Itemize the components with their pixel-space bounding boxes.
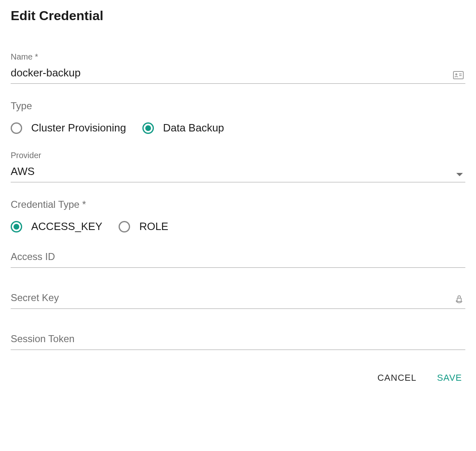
radio-circle-icon <box>11 122 22 134</box>
credential-type-label: Credential Type * <box>11 199 465 210</box>
secret-key-input[interactable] <box>11 290 465 305</box>
cancel-button[interactable]: CANCEL <box>378 373 416 383</box>
credential-type-section: Credential Type * ACCESS_KEY ROLE <box>11 199 465 233</box>
chevron-down-icon <box>456 173 463 176</box>
session-token-input[interactable] <box>11 331 465 346</box>
type-radio-row: Cluster Provisioning Data Backup <box>11 122 465 134</box>
name-input-wrapper <box>11 65 465 84</box>
svg-point-1 <box>455 74 458 76</box>
access-id-input[interactable] <box>11 249 465 264</box>
name-input[interactable] <box>11 65 465 81</box>
type-section: Type Cluster Provisioning Data Backup <box>11 100 465 134</box>
button-row: CANCEL SAVE <box>11 373 465 383</box>
access-id-wrapper <box>11 249 465 268</box>
credential-type-radio-row: ACCESS_KEY ROLE <box>11 220 465 233</box>
provider-label: Provider <box>11 151 465 160</box>
svg-rect-4 <box>457 298 461 301</box>
radio-data-backup[interactable]: Data Backup <box>142 122 224 134</box>
provider-section: Provider AWS <box>11 151 465 182</box>
type-label: Type <box>11 100 465 112</box>
radio-circle-icon <box>11 221 22 232</box>
radio-role[interactable]: ROLE <box>119 220 168 233</box>
radio-cluster-provisioning[interactable]: Cluster Provisioning <box>11 122 126 134</box>
name-label: Name * <box>11 52 465 62</box>
save-button[interactable]: SAVE <box>437 373 462 383</box>
secret-key-wrapper <box>11 290 465 309</box>
radio-label-cluster-provisioning: Cluster Provisioning <box>31 122 126 134</box>
radio-label-data-backup: Data Backup <box>163 122 224 134</box>
provider-select-value: AWS <box>11 165 34 177</box>
radio-circle-icon <box>119 221 130 232</box>
id-badge-icon <box>453 71 464 79</box>
name-field-group: Name * <box>11 52 465 84</box>
radio-access-key[interactable]: ACCESS_KEY <box>11 220 102 233</box>
radio-label-role: ROLE <box>139 220 168 233</box>
provider-select[interactable]: AWS <box>11 163 465 182</box>
lock-rotate-icon[interactable] <box>455 295 464 304</box>
radio-circle-icon <box>142 122 154 134</box>
dialog-title: Edit Credential <box>11 8 465 23</box>
svg-rect-0 <box>453 71 463 79</box>
session-token-wrapper <box>11 331 465 350</box>
radio-label-access-key: ACCESS_KEY <box>31 220 102 233</box>
